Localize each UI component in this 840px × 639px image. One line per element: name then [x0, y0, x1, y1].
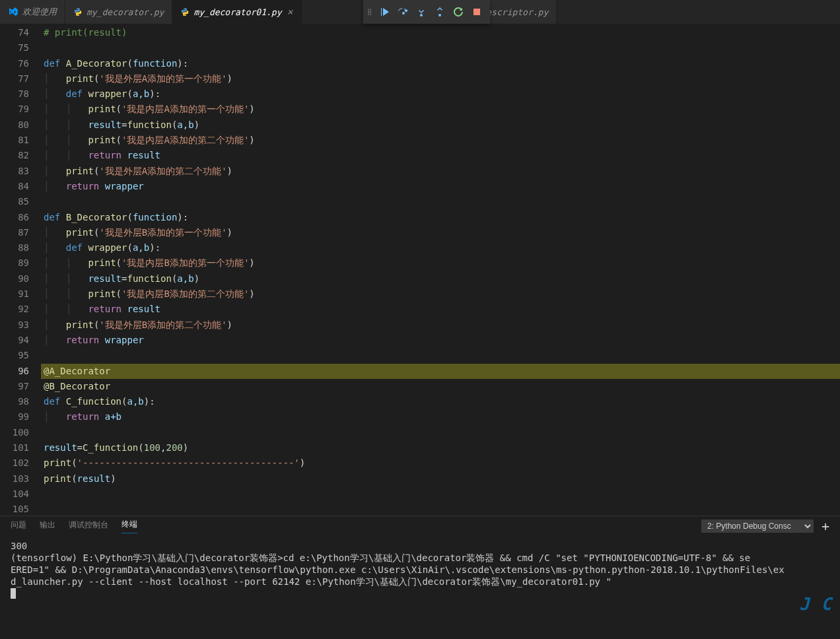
new-terminal-button[interactable]: +: [822, 518, 829, 534]
python-icon: [180, 7, 190, 17]
python-icon: [73, 7, 83, 17]
step-into-button[interactable]: [412, 3, 431, 21]
drag-grip-icon[interactable]: ⁞⁞: [367, 7, 371, 17]
debug-toolbar: ⁞⁞: [363, 0, 490, 24]
tabs-bar: 欢迎使用 my_decorator.py my_decorator01.py ×…: [0, 0, 840, 24]
terminal-line: ERED=1" && D:\ProgramData\Anaconda3\envs…: [11, 564, 829, 576]
panel-tab-debug-console[interactable]: 调试控制台: [69, 520, 108, 533]
line-gutter: 74 75 76 77 78 79 80 81 82 83 84 85 86 8…: [0, 24, 41, 516]
panel-tab-terminal[interactable]: 终端: [122, 519, 137, 533]
terminal-line: (tensorflow) E:\Python学习\基础入门\decorator装…: [11, 552, 829, 564]
tab-my-decorator[interactable]: my_decorator.py: [65, 0, 172, 24]
vscode-icon: [8, 7, 18, 17]
step-out-button[interactable]: [431, 3, 449, 21]
tab-label: my_decorator.py: [87, 7, 164, 17]
close-icon[interactable]: ×: [287, 6, 293, 18]
panel-tab-output[interactable]: 输出: [40, 520, 55, 533]
terminal-selector[interactable]: 2: Python Debug Consc: [701, 520, 814, 533]
tab-label: 欢迎使用: [22, 6, 57, 18]
step-over-button[interactable]: [394, 3, 412, 21]
svg-rect-0: [473, 9, 480, 15]
restart-button[interactable]: [449, 3, 468, 21]
watermark: J C: [799, 594, 832, 614]
terminal-cursor: [11, 588, 829, 599]
code-area[interactable]: # print(result) def A_Decorator(function…: [41, 24, 840, 516]
continue-button[interactable]: [375, 3, 394, 21]
panel-tab-problems[interactable]: 问题: [11, 520, 26, 533]
panel-tabs: 问题 输出 调试控制台 终端 2: Python Debug Consc +: [0, 516, 840, 536]
terminal-line: d_launcher.py --client --host localhost …: [11, 576, 829, 588]
stop-button[interactable]: [468, 3, 486, 21]
tab-label: my_decorator01.py: [193, 7, 281, 17]
bottom-panel: 问题 输出 调试控制台 终端 2: Python Debug Consc + 3…: [0, 516, 840, 639]
current-exec-line: 96: [0, 364, 29, 379]
tab-my-decorator01[interactable]: my_decorator01.py ×: [172, 0, 301, 24]
tab-welcome[interactable]: 欢迎使用: [0, 0, 65, 24]
tab-label: descriptor.py: [481, 7, 549, 17]
code-editor[interactable]: 74 75 76 77 78 79 80 81 82 83 84 85 86 8…: [0, 24, 840, 516]
terminal-line: 300: [11, 540, 829, 552]
terminal-output[interactable]: 300 (tensorflow) E:\Python学习\基础入门\decora…: [0, 536, 840, 603]
